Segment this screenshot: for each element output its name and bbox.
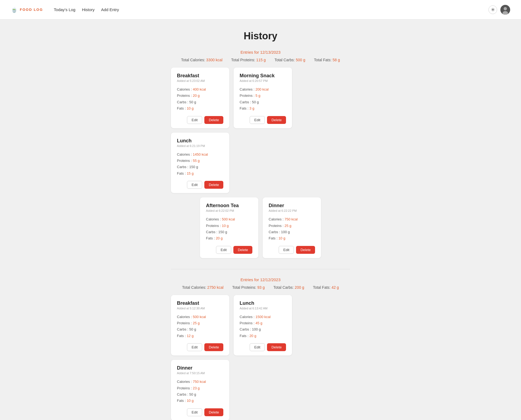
meal-card-stats: Calories : 200 kcal Proteins : 5 g Carbs… — [240, 86, 286, 112]
meal-stat-calories: Calories : 500 kcal — [177, 314, 223, 320]
meal-stat-proteins: Proteins : 10 g — [206, 223, 252, 229]
brand-logo[interactable]: 🍵 FOOD LOG — [11, 7, 43, 13]
delete-button[interactable]: Delete — [204, 408, 223, 416]
date-sections: Entries for 12/13/2023Total Calories: 33… — [171, 50, 350, 420]
meal-stat-carbs: Carbs : 150 g — [177, 164, 223, 170]
meal-stat-carbs: Carbs : 50 g — [177, 326, 223, 332]
edit-button[interactable]: Edit — [216, 246, 231, 254]
meal-stat-carbs: Carbs : 50 g — [240, 99, 286, 105]
meal-stat-proteins: Proteins : 45 g — [240, 320, 286, 326]
settings-icon[interactable]: ✳ — [488, 5, 497, 14]
summary-item: Total Proteins: 115 g — [231, 58, 266, 62]
meal-stat-calories: Calories : 1500 kcal — [240, 314, 286, 320]
summary-label: Total Calories: — [182, 285, 206, 290]
meal-card-title: Breakfast — [177, 73, 223, 79]
meal-card: Morning Snack Added at 6:20:57 PM Calori… — [234, 68, 292, 128]
meal-card-stats: Calories : 750 kcal Proteins : 23 g Carb… — [177, 379, 223, 404]
summary-item: Total Carbs: 500 g — [274, 58, 305, 62]
meal-stat-fats: Fats : 20 g — [206, 235, 252, 241]
meal-card: Lunch Added at 6:21:19 PM Calories : 145… — [171, 133, 229, 193]
meal-stat-proteins: Proteins : 23 g — [177, 385, 223, 391]
meal-card-title: Afternoon Tea — [206, 203, 252, 209]
date-heading: Entries for 12/13/2023 — [171, 50, 350, 54]
summary-item: Total Calories: 2750 kcal — [182, 285, 224, 290]
meal-card-title: Breakfast — [177, 300, 223, 306]
avatar[interactable] — [500, 5, 510, 15]
meal-card-time: Added at 6:22:22 PM — [269, 209, 315, 212]
delete-button[interactable]: Delete — [204, 181, 223, 189]
delete-button[interactable]: Delete — [204, 343, 223, 351]
meal-stat-proteins: Proteins : 20 g — [177, 92, 223, 99]
svg-point-1 — [504, 7, 507, 10]
meal-card-time: Added at 6:21:19 PM — [177, 144, 223, 148]
summary-value: 3300 kcal — [206, 58, 223, 62]
edit-button[interactable]: Edit — [187, 408, 202, 416]
summary-row: Total Calories: 3300 kcalTotal Proteins:… — [171, 58, 350, 62]
delete-button[interactable]: Delete — [267, 116, 286, 124]
meal-stat-calories: Calories : 400 kcal — [177, 86, 223, 92]
page-title: History — [171, 30, 350, 42]
meal-stat-fats: Fats : 10 g — [177, 105, 223, 111]
meal-card: Lunch Added at 6:13:42 AM Calories : 150… — [234, 295, 292, 356]
meal-card-title: Dinner — [177, 365, 223, 371]
edit-button[interactable]: Edit — [250, 343, 265, 351]
meal-card-actions: Edit Delete — [177, 181, 223, 189]
meal-card-actions: Edit Delete — [206, 246, 252, 254]
meal-card-actions: Edit Delete — [269, 246, 315, 254]
brand-icon: 🍵 — [11, 7, 18, 13]
meal-stat-carbs: Carbs : 50 g — [177, 99, 223, 105]
meal-stat-calories: Calories : 500 kcal — [206, 216, 252, 222]
summary-row: Total Calories: 2750 kcalTotal Proteins:… — [171, 285, 350, 290]
meal-card-stats: Calories : 500 kcal Proteins : 10 g Carb… — [206, 216, 252, 242]
edit-button[interactable]: Edit — [187, 181, 202, 189]
meal-cards-row: Afternoon Tea Added at 6:22:02 PM Calori… — [171, 197, 350, 258]
navbar-right: ✳ — [488, 5, 510, 15]
meal-card-title: Dinner — [269, 203, 315, 209]
meal-stat-carbs: Carbs : 100 g — [240, 326, 286, 332]
nav-add-entry[interactable]: Add Entry — [101, 7, 119, 12]
delete-button[interactable]: Delete — [233, 246, 252, 254]
summary-item: Total Fats: 42 g — [313, 285, 339, 290]
meal-card-title: Morning Snack — [240, 73, 286, 79]
meal-stat-fats: Fats : 12 g — [177, 333, 223, 339]
meal-card-time: Added at 6:22:02 PM — [206, 209, 252, 212]
meal-stat-calories: Calories : 750 kcal — [269, 216, 315, 222]
meal-card-actions: Edit Delete — [240, 343, 286, 351]
summary-value: 93 g — [257, 285, 265, 290]
meal-stat-fats: Fats : 3 g — [240, 105, 286, 111]
meal-card-actions: Edit Delete — [240, 116, 286, 124]
meal-card-stats: Calories : 750 kcal Proteins : 25 g Carb… — [269, 216, 315, 242]
nav-history[interactable]: History — [82, 7, 95, 12]
meal-card: Dinner Added at 6:22:22 PM Calories : 75… — [263, 197, 321, 258]
edit-button[interactable]: Edit — [187, 116, 202, 124]
meal-stat-carbs: Carbs : 150 g — [206, 229, 252, 235]
meal-card-time: Added at 6:13:42 AM — [240, 307, 286, 310]
summary-item: Total Proteins: 93 g — [232, 285, 265, 290]
meal-stat-proteins: Proteins : 55 g — [177, 158, 223, 164]
meal-card-title: Lunch — [177, 138, 223, 144]
meal-card-time: Added at 7:50:15 AM — [177, 371, 223, 375]
meal-card-actions: Edit Delete — [177, 408, 223, 416]
summary-value: 500 g — [296, 58, 305, 62]
meal-card: Afternoon Tea Added at 6:22:02 PM Calori… — [200, 197, 258, 258]
meal-card-stats: Calories : 500 kcal Proteins : 25 g Carb… — [177, 314, 223, 339]
delete-button[interactable]: Delete — [296, 246, 315, 254]
meal-stat-carbs: Carbs : 100 g — [269, 229, 315, 235]
meal-stat-calories: Calories : 1450 kcal — [177, 151, 223, 158]
meal-card-stats: Calories : 1450 kcal Proteins : 55 g Car… — [177, 151, 223, 177]
summary-item: Total Carbs: 200 g — [274, 285, 304, 290]
meal-card-actions: Edit Delete — [177, 116, 223, 124]
delete-button[interactable]: Delete — [204, 116, 223, 124]
edit-button[interactable]: Edit — [187, 343, 202, 351]
meal-card-stats: Calories : 400 kcal Proteins : 20 g Carb… — [177, 86, 223, 112]
edit-button[interactable]: Edit — [279, 246, 294, 254]
summary-value: 115 g — [256, 58, 266, 62]
meal-card: Dinner Added at 7:50:15 AM Calories : 75… — [171, 360, 229, 420]
edit-button[interactable]: Edit — [250, 116, 265, 124]
meal-cards-row: Breakfast Added at 5:12:30 AM Calories :… — [171, 295, 350, 420]
nav-todays-log[interactable]: Today's Log — [54, 7, 75, 12]
meal-card-time: Added at 5:12:30 AM — [177, 307, 223, 310]
meal-card-actions: Edit Delete — [177, 343, 223, 351]
summary-value: 58 g — [333, 58, 340, 62]
delete-button[interactable]: Delete — [267, 343, 286, 351]
